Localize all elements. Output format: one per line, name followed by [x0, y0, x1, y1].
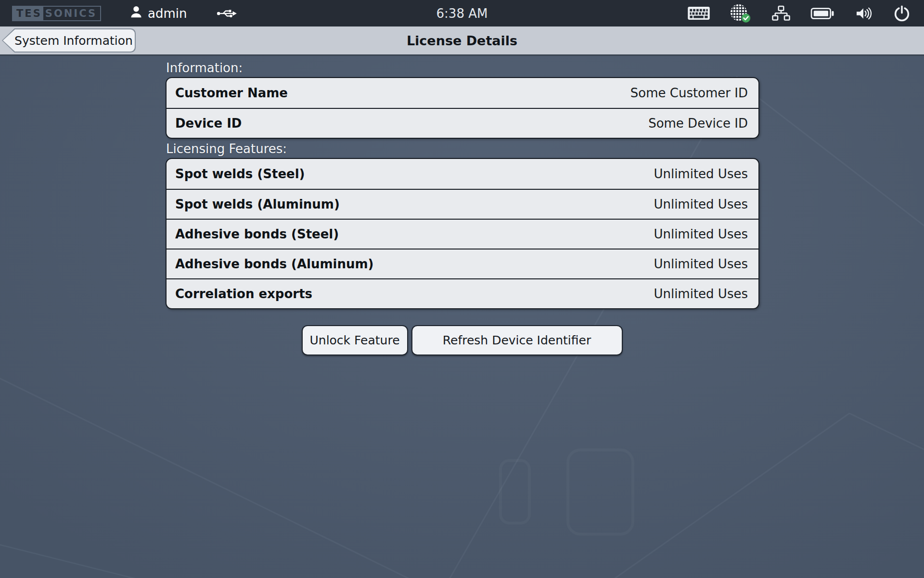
row-label: Correlation exports — [175, 287, 312, 301]
logo-tes: TES — [13, 7, 43, 20]
topbar: TES SONICS admin 6:38 AM — [0, 0, 924, 26]
row-label: Adhesive bonds (Steel) — [175, 227, 339, 241]
row-label: Spot welds (Aluminum) — [175, 197, 340, 211]
volume-icon[interactable] — [854, 6, 874, 21]
row-value: Unlimited Uses — [654, 227, 748, 241]
licensing-features-table: Spot welds (Steel) Unlimited Uses Spot w… — [166, 158, 759, 309]
usb-icon — [216, 7, 238, 20]
unlock-feature-button[interactable]: Unlock Feature — [302, 325, 408, 355]
row-value: Unlimited Uses — [654, 257, 748, 271]
row-value: Unlimited Uses — [654, 287, 748, 301]
row-value: Some Customer ID — [630, 86, 748, 100]
action-button-row: Unlock Feature Refresh Device Identifier — [0, 325, 924, 355]
back-button-system-information[interactable]: System Information — [2, 28, 136, 53]
row-value: Some Device ID — [648, 116, 748, 131]
information-section-label: Information: — [166, 61, 243, 75]
row-value: Unlimited Uses — [654, 197, 748, 211]
row-label: Device ID — [175, 116, 242, 131]
row-label: Customer Name — [175, 86, 288, 100]
tessonics-logo: TES SONICS — [12, 6, 101, 21]
page-title: License Details — [0, 26, 924, 54]
table-row-spot-welds-aluminum: Spot welds (Aluminum) Unlimited Uses — [167, 189, 758, 219]
user-icon — [129, 5, 143, 22]
row-label: Spot welds (Steel) — [175, 167, 305, 181]
back-button-label: System Information — [3, 29, 135, 52]
power-icon[interactable] — [893, 5, 911, 22]
user-menu[interactable]: admin — [129, 5, 187, 22]
information-table: Customer Name Some Customer ID Device ID… — [166, 77, 759, 139]
header-bar: License Details System Information — [0, 26, 924, 56]
features-section-label: Licensing Features: — [166, 142, 287, 156]
table-row-correlation-exports: Correlation exports Unlimited Uses — [167, 278, 758, 308]
table-row-device-id: Device ID Some Device ID — [167, 108, 758, 138]
table-row-adhesive-bonds-steel: Adhesive bonds (Steel) Unlimited Uses — [167, 219, 758, 249]
battery-icon — [810, 7, 834, 20]
keyboard-icon[interactable] — [687, 6, 710, 21]
table-row-adhesive-bonds-aluminum: Adhesive bonds (Aluminum) Unlimited Uses — [167, 249, 758, 278]
user-name: admin — [148, 6, 187, 21]
status-tray — [687, 0, 911, 26]
row-value: Unlimited Uses — [654, 167, 748, 181]
globe-check-icon[interactable] — [730, 3, 752, 23]
table-row-spot-welds-steel: Spot welds (Steel) Unlimited Uses — [167, 159, 758, 189]
network-icon[interactable] — [771, 5, 791, 21]
row-label: Adhesive bonds (Aluminum) — [175, 257, 373, 271]
table-row-customer-name: Customer Name Some Customer ID — [167, 78, 758, 108]
refresh-device-identifier-button[interactable]: Refresh Device Identifier — [411, 325, 623, 355]
clock: 6:38 AM — [436, 0, 488, 26]
logo-sonics: SONICS — [43, 7, 100, 20]
